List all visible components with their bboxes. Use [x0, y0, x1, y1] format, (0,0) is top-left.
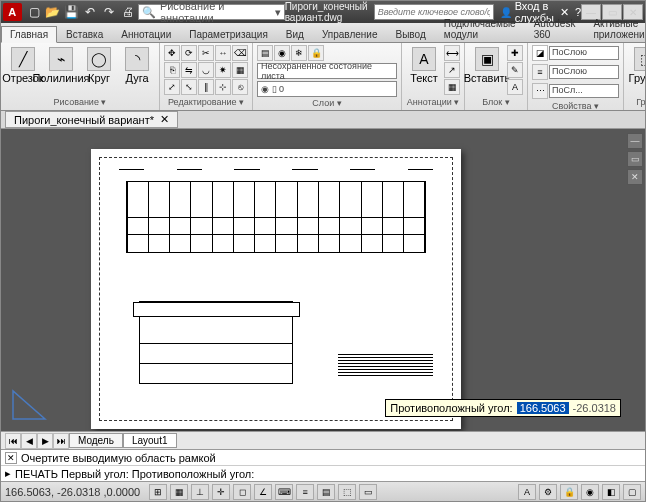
- tab-nav-last[interactable]: ⏭: [53, 433, 69, 449]
- polyline-button[interactable]: ⌁Полилиния: [43, 45, 79, 86]
- close-tab-icon[interactable]: ✕: [160, 113, 169, 126]
- panel-layers-title[interactable]: Слои ▾: [257, 97, 397, 109]
- model-tab[interactable]: Модель: [69, 433, 123, 448]
- group-button[interactable]: ⬚Группа: [628, 45, 646, 86]
- color-swatch[interactable]: ◪: [532, 45, 548, 61]
- tab-nav-prev[interactable]: ◀: [21, 433, 37, 449]
- extend-icon[interactable]: ↔: [215, 45, 231, 61]
- print-icon[interactable]: 🖨: [119, 3, 136, 21]
- tab-insert[interactable]: Вставка: [57, 26, 112, 42]
- tab-apps[interactable]: Активные приложения: [584, 15, 646, 42]
- open-icon[interactable]: 📂: [44, 3, 61, 21]
- tab-nav-next[interactable]: ▶: [37, 433, 53, 449]
- new-icon[interactable]: ▢: [26, 3, 43, 21]
- explode-icon[interactable]: ✷: [215, 62, 231, 78]
- edit-tools: ✥⟳✂↔⌫ ⎘⇋◡✷▦ ⤢⤡∥⊹⎋: [164, 45, 248, 95]
- vp-max-icon[interactable]: ▭: [627, 151, 643, 167]
- qp-toggle[interactable]: ▤: [317, 484, 335, 500]
- file-tab[interactable]: Пироги_конечный вариант*✕: [5, 111, 178, 128]
- tab-param[interactable]: Параметризация: [180, 26, 277, 42]
- undo-icon[interactable]: ↶: [82, 3, 99, 21]
- current-layer-combo[interactable]: ◉ ▯ 0: [257, 81, 397, 97]
- dim-icon[interactable]: ⟷: [444, 45, 460, 61]
- leader-icon[interactable]: ↗: [444, 62, 460, 78]
- layer-state-combo[interactable]: Несохраненное состояние листа: [257, 63, 397, 79]
- join-icon[interactable]: ⊹: [215, 79, 231, 95]
- clean-toggle[interactable]: ▢: [623, 484, 641, 500]
- insert-block-button[interactable]: ▣Вставить: [469, 45, 505, 86]
- ws-toggle[interactable]: ⚙: [539, 484, 557, 500]
- app-logo[interactable]: A: [3, 3, 22, 21]
- tab-annotate[interactable]: Аннотации: [112, 26, 180, 42]
- offset-icon[interactable]: ∥: [198, 79, 214, 95]
- annoscale-toggle[interactable]: A: [518, 484, 536, 500]
- panel-anno-title[interactable]: Аннотации ▾: [406, 96, 460, 108]
- color-combo[interactable]: ПоСлою: [549, 46, 619, 60]
- fillet-icon[interactable]: ◡: [198, 62, 214, 78]
- cmd-icon: ▸: [5, 467, 11, 480]
- attr-icon[interactable]: A: [507, 79, 523, 95]
- layer-off-icon[interactable]: ◉: [274, 45, 290, 61]
- lweight-icon[interactable]: ≡: [532, 64, 548, 80]
- workspace-combo[interactable]: 🔍Рисование и аннотации▾: [138, 4, 285, 20]
- layer-lock-icon[interactable]: 🔒: [308, 45, 324, 61]
- circle-button[interactable]: ◯Круг: [81, 45, 117, 86]
- copy-icon[interactable]: ⎘: [164, 62, 180, 78]
- polar-toggle[interactable]: ✛: [212, 484, 230, 500]
- dyn-toggle[interactable]: ⌨: [275, 484, 293, 500]
- grid-toggle[interactable]: ▦: [170, 484, 188, 500]
- save-icon[interactable]: 💾: [63, 3, 80, 21]
- create-block-icon[interactable]: ✚: [507, 45, 523, 61]
- stretch-icon[interactable]: ⤢: [164, 79, 180, 95]
- tab-view[interactable]: Вид: [277, 26, 313, 42]
- ltype-icon[interactable]: ⋯: [532, 83, 548, 99]
- layout1-tab[interactable]: Layout1: [123, 433, 177, 448]
- mirror-icon[interactable]: ⇋: [181, 62, 197, 78]
- tab-360[interactable]: Autodesk 360: [525, 15, 585, 42]
- table-icon[interactable]: ▦: [444, 79, 460, 95]
- panel-draw-title[interactable]: Рисование ▾: [5, 96, 155, 108]
- panel-groups-title[interactable]: Группы ▾: [628, 96, 646, 108]
- tab-nav-first[interactable]: ⏮: [5, 433, 21, 449]
- panel-edit: ✥⟳✂↔⌫ ⎘⇋◡✷▦ ⤢⤡∥⊹⎋ Редактирование ▾: [160, 43, 253, 110]
- scale-icon[interactable]: ⤡: [181, 79, 197, 95]
- otrack-toggle[interactable]: ∠: [254, 484, 272, 500]
- tab-home[interactable]: Главная: [1, 26, 57, 43]
- layer-freeze-icon[interactable]: ❄: [291, 45, 307, 61]
- panel-edit-title[interactable]: Редактирование ▾: [164, 96, 248, 108]
- edit-block-icon[interactable]: ✎: [507, 62, 523, 78]
- layer-props-icon[interactable]: ▤: [257, 45, 273, 61]
- drawing-canvas[interactable]: — ▭ ✕ Противопо: [1, 129, 645, 431]
- ltype-combo[interactable]: ПоСл...: [549, 84, 619, 98]
- arc-button[interactable]: ◝Дуга: [119, 45, 155, 86]
- iso-toggle[interactable]: ◧: [602, 484, 620, 500]
- ribbon-tabs: Главная Вставка Аннотации Параметризация…: [1, 23, 645, 43]
- text-button[interactable]: AТекст: [406, 45, 442, 86]
- array-icon[interactable]: ▦: [232, 62, 248, 78]
- rotate-icon[interactable]: ⟳: [181, 45, 197, 61]
- lwt-toggle[interactable]: ≡: [296, 484, 314, 500]
- redo-icon[interactable]: ↷: [100, 3, 117, 21]
- vp-min-icon[interactable]: —: [627, 133, 643, 149]
- snap-toggle[interactable]: ⊞: [149, 484, 167, 500]
- osnap-toggle[interactable]: ◻: [233, 484, 251, 500]
- lweight-combo[interactable]: ПоСлою: [549, 65, 619, 79]
- erase-icon[interactable]: ⌫: [232, 45, 248, 61]
- trim-icon[interactable]: ✂: [198, 45, 214, 61]
- command-input[interactable]: ▸ ПЕЧАТЬ Первый угол: Противоположный уг…: [1, 465, 645, 481]
- cmd-close-icon[interactable]: ✕: [5, 452, 17, 464]
- lock-toggle[interactable]: 🔒: [560, 484, 578, 500]
- panel-draw: ╱Отрезок ⌁Полилиния ◯Круг ◝Дуга Рисовани…: [1, 43, 160, 110]
- panel-block-title[interactable]: Блок ▾: [469, 96, 523, 108]
- model-toggle[interactable]: ▭: [359, 484, 377, 500]
- sc-toggle[interactable]: ⬚: [338, 484, 356, 500]
- ortho-toggle[interactable]: ⊥: [191, 484, 209, 500]
- break-icon[interactable]: ⎋: [232, 79, 248, 95]
- vp-close-icon[interactable]: ✕: [627, 169, 643, 185]
- tab-plugins[interactable]: Подключаемые модули: [435, 15, 525, 42]
- tab-manage[interactable]: Управление: [313, 26, 387, 42]
- hw-toggle[interactable]: ◉: [581, 484, 599, 500]
- panel-block: ▣Вставить ✚✎A Блок ▾: [465, 43, 528, 110]
- tab-output[interactable]: Вывод: [387, 26, 435, 42]
- move-icon[interactable]: ✥: [164, 45, 180, 61]
